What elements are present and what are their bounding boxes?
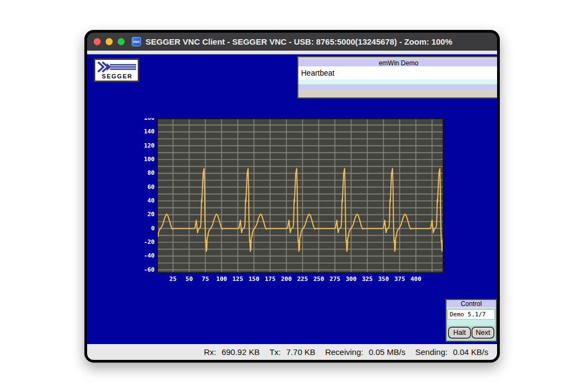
sending-label: Sending: [415, 347, 448, 357]
sending-value: 0.04 KB/s [453, 347, 488, 357]
receiving-value: 0.05 MB/s [369, 347, 406, 357]
zoom-button[interactable] [118, 38, 125, 45]
close-button[interactable] [94, 38, 101, 45]
tx-status: Tx: 7.70 KB [270, 347, 315, 357]
logo-text: SEGGER [102, 73, 133, 79]
window-title: SEGGER VNC Client - SEGGER VNC - USB: 87… [145, 37, 452, 46]
y-tick-label: 20 [133, 211, 155, 218]
emwin-demo-panel: emWin Demo Heartbeat [297, 56, 497, 99]
tx-value: 7.70 KB [286, 347, 315, 357]
demo-progress-readout: Demo 5.1/7 [448, 309, 495, 320]
vnc-client-window: VNC SEGGER VNC Client - SEGGER VNC - USB… [84, 30, 500, 363]
y-tick-label: 40 [133, 197, 155, 205]
title-bar[interactable]: VNC SEGGER VNC Client - SEGGER VNC - USB… [87, 33, 497, 51]
y-tick-label: 60 [133, 183, 155, 191]
y-tick-label: 120 [133, 142, 155, 150]
y-tick-label: 100 [133, 156, 155, 163]
control-panel-title: Control [446, 300, 496, 308]
traffic-lights [94, 33, 125, 51]
halt-button[interactable]: Halt [448, 327, 471, 339]
y-tick-label: 160 [133, 118, 155, 122]
sending-status: Sending: 0.04 KB/s [415, 347, 488, 357]
rx-label: Rx: [204, 347, 216, 357]
control-panel: Control Demo 5.1/7 Halt Next [445, 299, 497, 342]
y-tick-label: 140 [133, 128, 155, 136]
tx-label: Tx: [270, 347, 281, 357]
demo-selected-item[interactable]: Heartbeat [298, 66, 497, 79]
control-strip-cyan [448, 320, 495, 326]
vnc-app-icon: VNC [132, 37, 141, 46]
y-tick-label: -40 [133, 252, 155, 260]
demo-strip-cyan [298, 79, 497, 84]
receiving-label: Receiving: [325, 347, 363, 357]
y-tick-label: -20 [133, 238, 155, 246]
heartbeat-plot [157, 118, 444, 273]
demo-panel-title: emWin Demo [298, 59, 497, 66]
desktop: VNC SEGGER VNC Client - SEGGER VNC - USB… [0, 0, 588, 392]
toolbar-strip [87, 51, 497, 54]
x-tick-label: 400 [405, 275, 427, 283]
remote-framebuffer: SEGGER emWin Demo Heartbeat 160140120100… [87, 54, 497, 344]
demo-strip-lavender [298, 84, 497, 90]
y-tick-label: 0 [133, 225, 155, 232]
y-tick-label: -60 [133, 266, 155, 274]
segger-logo: SEGGER [94, 58, 139, 82]
minimize-button[interactable] [106, 38, 113, 45]
receiving-status: Receiving: 0.05 MB/s [325, 347, 406, 357]
y-tick-label: 80 [133, 169, 155, 177]
rx-status: Rx: 690.92 KB [204, 347, 260, 357]
heartbeat-chart: 160140120100806040200-20-40-602550751001… [131, 118, 479, 284]
rx-value: 690.92 KB [222, 347, 260, 357]
status-bar: Rx: 690.92 KB Tx: 7.70 KB Receiving: 0.0… [87, 344, 497, 360]
control-buttons: Halt Next [446, 326, 496, 339]
title-group: VNC SEGGER VNC Client - SEGGER VNC - USB… [132, 37, 452, 46]
next-button[interactable]: Next [471, 327, 494, 339]
